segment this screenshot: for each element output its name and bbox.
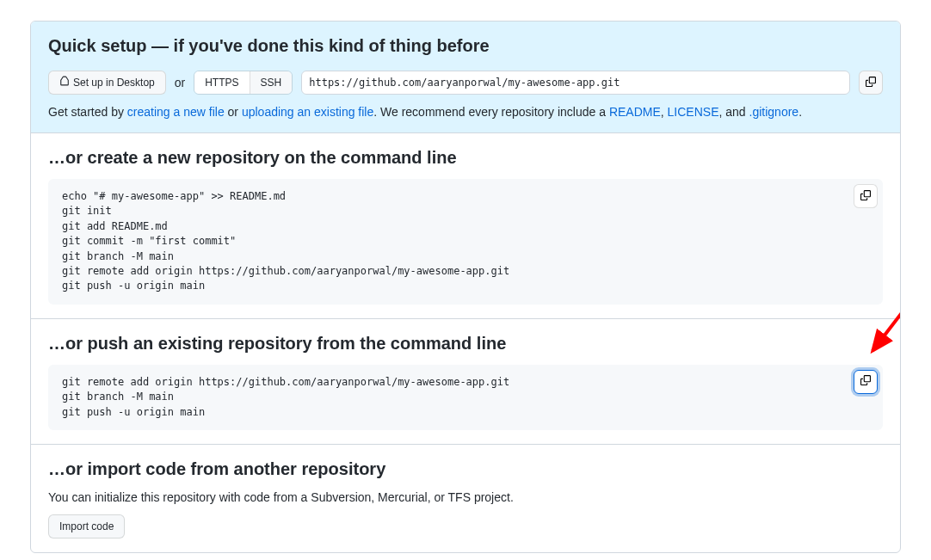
quick-setup-section: Quick setup — if you've done this kind o…: [31, 22, 900, 133]
push-repo-section: …or push an existing repository from the…: [31, 319, 900, 445]
push-repo-heading: …or push an existing repository from the…: [48, 333, 883, 354]
push-repo-code-wrapper: git remote add origin https://github.com…: [48, 365, 883, 430]
setup-desktop-label: Set up in Desktop: [73, 74, 155, 91]
desktop-icon: [59, 74, 70, 91]
push-repo-code[interactable]: git remote add origin https://github.com…: [48, 365, 883, 430]
create-repo-heading: …or create a new repository on the comma…: [48, 147, 883, 169]
import-repo-heading: …or import code from another repository: [48, 458, 883, 480]
protocol-toggle: HTTPS SSH: [194, 71, 293, 95]
create-file-link[interactable]: creating a new file: [127, 105, 225, 119]
create-repo-section: …or create a new repository on the comma…: [31, 133, 900, 319]
import-code-button[interactable]: Import code: [48, 514, 125, 538]
copy-url-button[interactable]: [859, 71, 883, 95]
create-repo-code-wrapper: echo "# my-awesome-app" >> README.md git…: [48, 179, 883, 305]
repo-url-input[interactable]: [301, 71, 850, 95]
https-toggle[interactable]: HTTPS: [194, 71, 250, 94]
clipboard-icon: [860, 375, 871, 388]
or-separator: or: [175, 76, 185, 89]
setup-row: Set up in Desktop or HTTPS SSH: [48, 71, 883, 95]
repo-setup-container: Quick setup — if you've done this kind o…: [30, 21, 901, 553]
quick-setup-description: Get started by creating a new file or up…: [48, 105, 883, 119]
copy-push-repo-button[interactable]: [854, 370, 878, 394]
gitignore-link[interactable]: .gitignore: [749, 105, 799, 119]
copy-create-repo-button[interactable]: [854, 184, 878, 208]
setup-desktop-button[interactable]: Set up in Desktop: [48, 71, 166, 95]
ssh-toggle[interactable]: SSH: [250, 71, 293, 94]
import-repo-section: …or import code from another repository …: [31, 445, 900, 552]
quick-setup-heading: Quick setup — if you've done this kind o…: [48, 35, 883, 57]
create-repo-code[interactable]: echo "# my-awesome-app" >> README.md git…: [48, 179, 883, 305]
import-repo-description: You can initialize this repository with …: [48, 490, 883, 504]
clipboard-icon: [866, 77, 876, 89]
upload-file-link[interactable]: uploading an existing file: [242, 105, 373, 119]
clipboard-icon: [860, 190, 871, 203]
license-link[interactable]: LICENSE: [668, 105, 719, 119]
readme-link[interactable]: README: [609, 105, 661, 119]
